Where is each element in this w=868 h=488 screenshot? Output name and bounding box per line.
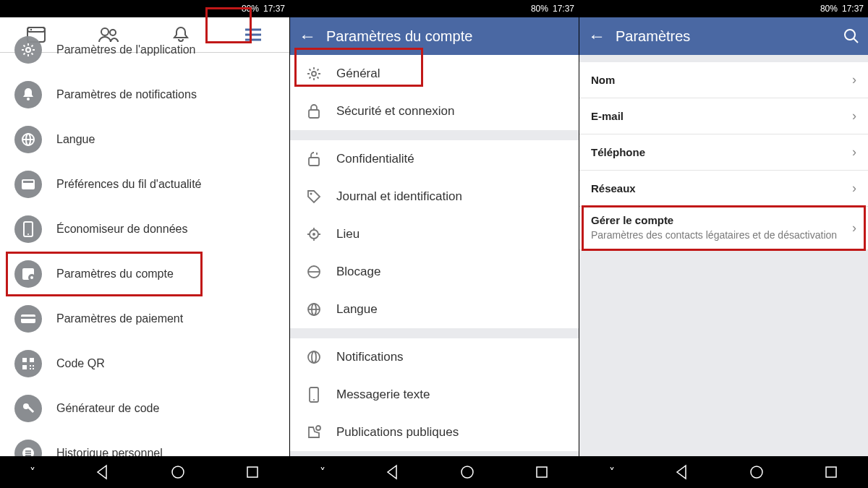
svg-rect-23 — [30, 358, 34, 362]
svg-rect-28 — [33, 368, 34, 369]
public-posts-icon — [305, 424, 323, 440]
security-login-icon — [305, 103, 323, 119]
svg-point-9 — [27, 98, 30, 100]
back-arrow-icon[interactable]: ← — [299, 26, 316, 46]
svg-point-16 — [27, 234, 29, 235]
nav-home-icon[interactable] — [749, 464, 765, 480]
privacy-icon — [305, 151, 323, 167]
notification-settings-icon — [14, 81, 42, 108]
gen-item-email[interactable]: E-mail › — [579, 98, 868, 134]
acct-item-label: Lieu — [336, 227, 359, 241]
menu-item-news-feed-preferences[interactable]: Préférences du fil d'actualité — [0, 162, 289, 207]
acct-item-general[interactable]: Général — [290, 55, 579, 93]
qr-code-icon — [14, 350, 42, 377]
gen-item-label: Téléphone — [591, 146, 852, 158]
gen-item-name[interactable]: Nom › — [579, 62, 868, 98]
nav-home-icon[interactable] — [459, 464, 475, 480]
svg-point-53 — [461, 466, 473, 478]
nav-recent-icon[interactable] — [824, 465, 838, 479]
acct-item-security-login[interactable]: Sécurité et connexion — [290, 93, 579, 130]
svg-rect-14 — [23, 181, 33, 183]
status-bar: 80% 17:37 — [290, 0, 579, 17]
svg-rect-25 — [30, 365, 31, 367]
svg-point-55 — [845, 30, 855, 40]
acct-item-text-messaging[interactable]: Messagerie texte — [290, 376, 579, 414]
chevron-right-icon: › — [852, 108, 856, 124]
svg-rect-26 — [33, 365, 34, 367]
location-icon — [305, 226, 323, 242]
payment-settings-icon — [14, 305, 42, 333]
back-arrow-icon[interactable]: ← — [588, 26, 605, 46]
menu-item-notification-settings[interactable]: Paramètres de notifications — [0, 72, 289, 117]
nav-back-icon[interactable] — [385, 464, 401, 480]
notifications-icon — [305, 349, 323, 365]
nav-dropdown-icon[interactable]: ˅ — [30, 466, 35, 479]
pane-menu: 80% 17:37 Paramètres de l'application Pa… — [0, 0, 289, 488]
search-icon[interactable] — [843, 28, 859, 44]
news-feed-preferences-icon — [14, 171, 42, 198]
text-messaging-icon — [305, 386, 323, 403]
svg-rect-32 — [25, 450, 31, 452]
pane-general-settings: 80% 17:37 ← Paramètres Nom › E-mail › Té… — [579, 0, 868, 488]
acct-item-notifications[interactable]: Notifications — [290, 338, 579, 376]
menu-item-label: Paramètres de paiement — [56, 312, 183, 325]
android-nav-bar: ˅ — [579, 456, 868, 488]
svg-rect-30 — [27, 406, 34, 413]
acct-item-blocking[interactable]: Blocage — [290, 253, 579, 291]
menu-item-label: Langue — [56, 133, 95, 146]
svg-point-52 — [316, 426, 320, 430]
android-nav-bar: ˅ — [0, 456, 289, 488]
acct-item-public-posts[interactable]: Publications publiques — [290, 414, 579, 451]
gen-item-networks[interactable]: Réseaux › — [579, 171, 868, 207]
acct-item-label: Langue — [336, 302, 378, 317]
chevron-right-icon: › — [852, 72, 856, 87]
svg-point-42 — [312, 233, 315, 236]
svg-point-8 — [26, 48, 30, 52]
acct-item-privacy[interactable]: Confidentialité — [290, 140, 579, 178]
header-general-settings: ← Paramètres — [579, 17, 868, 55]
acct-item-label: Blocage — [336, 265, 380, 279]
app-settings-icon — [14, 36, 42, 64]
acct-item-label: Confidentialité — [336, 152, 414, 166]
menu-item-code-generator[interactable]: Générateur de code — [0, 386, 289, 431]
acct-item-label: Général — [336, 67, 380, 81]
svg-rect-58 — [826, 467, 836, 477]
menu-item-label: Paramètres de l'application — [56, 43, 196, 56]
svg-rect-27 — [30, 368, 31, 369]
chevron-right-icon: › — [852, 145, 856, 160]
gen-item-subtitle: Paramètres des contacts légataires et de… — [591, 229, 852, 242]
pane-account-settings: 80% 17:37 ← Paramètres du compte Général… — [289, 0, 579, 488]
acct-item-timeline-tagging[interactable]: Journal et identification — [290, 178, 579, 215]
chevron-right-icon: › — [852, 181, 856, 196]
svg-rect-21 — [21, 317, 35, 319]
nav-recent-icon[interactable] — [535, 465, 549, 479]
nav-dropdown-icon[interactable]: ˅ — [609, 466, 615, 479]
menu-item-label: Préférences du fil d'actualité — [56, 178, 202, 191]
menu-item-qr-code[interactable]: Code QR — [0, 341, 289, 386]
status-bar: 80% 17:37 — [0, 0, 289, 17]
menu-item-label: Code QR — [56, 357, 105, 370]
svg-point-48 — [308, 351, 320, 363]
gen-item-label: Nom — [591, 74, 852, 86]
gen-item-label: Gérer le compte — [591, 214, 852, 226]
acct-item-language[interactable]: Langue — [290, 291, 579, 328]
gen-item-label: Réseaux — [591, 182, 852, 194]
menu-item-app-settings[interactable]: Paramètres de l'application — [0, 27, 289, 72]
nav-recent-icon[interactable] — [245, 465, 260, 479]
status-bar: 80% 17:37 — [579, 0, 868, 17]
menu-item-account-settings[interactable]: Paramètres du compte — [0, 252, 289, 296]
status-time: 17:37 — [263, 4, 285, 14]
svg-point-37 — [312, 72, 316, 76]
menu-item-payment-settings[interactable]: Paramètres de paiement — [0, 296, 289, 341]
data-saver-icon — [14, 215, 42, 243]
nav-dropdown-icon[interactable]: ˅ — [320, 466, 326, 479]
svg-rect-54 — [537, 467, 547, 477]
acct-item-location[interactable]: Lieu — [290, 215, 579, 253]
nav-back-icon[interactable] — [95, 464, 111, 480]
gen-item-phone[interactable]: Téléphone › — [579, 134, 868, 171]
menu-item-language[interactable]: Langue — [0, 117, 289, 162]
menu-item-data-saver[interactable]: Économiseur de données — [0, 207, 289, 252]
nav-back-icon[interactable] — [674, 464, 690, 480]
gen-item-manage-account[interactable]: Gérer le compte Paramètres des contacts … — [579, 207, 868, 250]
nav-home-icon[interactable] — [170, 464, 186, 480]
